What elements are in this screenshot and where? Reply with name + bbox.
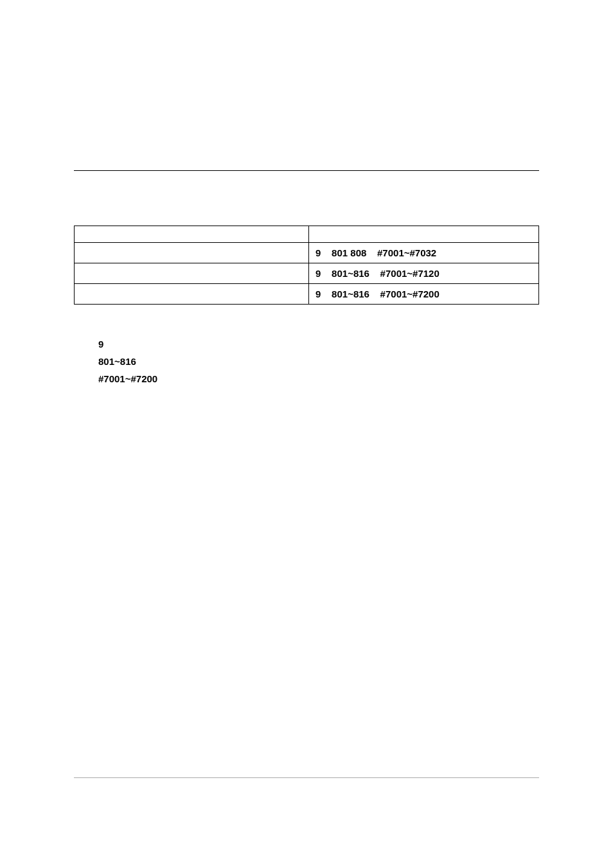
table-cell: 9 801 808 #7001~#7032 bbox=[309, 243, 539, 263]
list-item: 9 bbox=[98, 335, 539, 353]
list-block: 9 801~816 #7001~#7200 bbox=[98, 335, 539, 387]
table-cell bbox=[75, 263, 309, 284]
table-cell: 9 801~816 #7001~#7200 bbox=[309, 284, 539, 305]
divider-top bbox=[74, 170, 539, 171]
table-row: 9 801~816 #7001~#7120 bbox=[75, 263, 539, 284]
table-row bbox=[75, 226, 539, 243]
table-cell bbox=[75, 284, 309, 305]
table-row: 9 801~816 #7001~#7200 bbox=[75, 284, 539, 305]
divider-bottom bbox=[74, 777, 539, 778]
list-item: #7001~#7200 bbox=[98, 370, 539, 387]
data-table: 9 801 808 #7001~#7032 9 801~816 #7001~#7… bbox=[74, 226, 539, 305]
table-cell bbox=[75, 243, 309, 263]
table-cell bbox=[75, 226, 309, 243]
table-row: 9 801 808 #7001~#7032 bbox=[75, 243, 539, 263]
list-item: 801~816 bbox=[98, 353, 539, 370]
table-cell: 9 801~816 #7001~#7120 bbox=[309, 263, 539, 284]
table-cell bbox=[309, 226, 539, 243]
